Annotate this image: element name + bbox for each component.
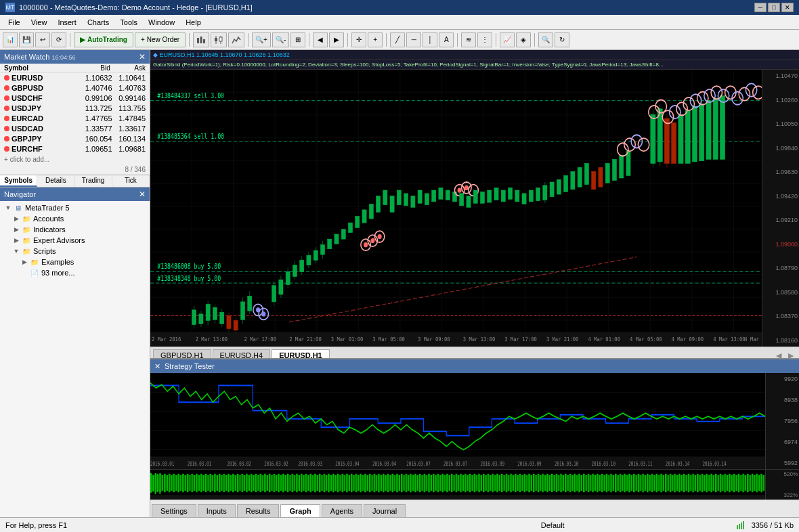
chart-tab-eurusd-h1[interactable]: EURUSD,H1 (272, 349, 330, 358)
menu-help[interactable]: Help (180, 17, 207, 28)
scroll-left-btn[interactable]: ◀ (313, 32, 328, 47)
tab-journal[interactable]: Journal (364, 504, 406, 517)
mw-status-dot (4, 116, 9, 121)
crosshair2-btn[interactable]: + (368, 32, 383, 47)
objects-btn[interactable]: ◈ (516, 32, 531, 47)
svg-text:3 Mar 05:00: 3 Mar 05:00 (372, 336, 405, 342)
minimize-button[interactable]: ─ (754, 3, 766, 12)
mw-tab-tick[interactable]: Tick (112, 175, 150, 187)
svg-rect-76 (432, 190, 436, 202)
margin-svg (150, 470, 765, 500)
nav-item-metatrader5[interactable]: ▼ 🖥 MetaTrader 5 (1, 202, 148, 213)
market-watch-time: 16:04:56 (52, 54, 76, 61)
mw-row-gbpjpy[interactable]: GBPJPY 160.054 160.134 (0, 134, 150, 144)
tab-agents[interactable]: Agents (322, 504, 362, 517)
mw-row-usdjpy[interactable]: USDJPY 113.725 113.755 (0, 104, 150, 114)
zoom-in-btn[interactable]: 🔍+ (252, 32, 271, 47)
scroll-right-btn[interactable]: ▶ (329, 32, 344, 47)
svg-point-83 (465, 185, 469, 190)
svg-rect-66 (362, 210, 366, 223)
nav-item-examples[interactable]: ▶ 📁 Examples (1, 257, 148, 267)
tab-settings[interactable]: Settings (152, 504, 196, 517)
nav-item-expert-advisors[interactable]: ▶ 📁 Expert Advisors (1, 235, 148, 246)
chart-scroll-left[interactable]: ◀ (773, 351, 784, 359)
new-order-button[interactable]: + New Order (135, 32, 186, 47)
mw-row-eurusd[interactable]: EURUSD 1.10632 1.10641 (0, 73, 150, 83)
vline-btn[interactable]: │ (423, 32, 437, 47)
menu-view[interactable]: View (26, 17, 53, 28)
crosshair-btn[interactable]: ✛ (351, 32, 366, 47)
price-level: 1.09840 (764, 145, 798, 152)
mw-symbol: USDCAD (12, 125, 79, 133)
svg-rect-110 (626, 151, 630, 175)
mw-row-eurchf[interactable]: EURCHF 1.09651 1.09681 (0, 144, 150, 154)
hline-btn[interactable]: ─ (406, 32, 421, 47)
symbol-header: Symbol (4, 64, 75, 72)
menu-bar: File View Insert Charts Tools Window Hel… (0, 15, 799, 30)
menu-window[interactable]: Window (143, 17, 180, 28)
mw-row-eurcad[interactable]: EURCAD 1.47765 1.47845 (0, 114, 150, 124)
add-symbol-label: click to add... (10, 156, 49, 163)
market-watch-title: Market Watch 16:04:56 (4, 53, 139, 61)
search-btn[interactable]: 🔍 (538, 32, 553, 47)
navigator-close[interactable]: ✕ (139, 190, 146, 199)
line-tool-btn[interactable]: ╱ (390, 32, 405, 47)
svg-rect-99 (550, 182, 554, 197)
chart-scroll-right[interactable]: ▶ (785, 351, 796, 359)
zoom-out-btn[interactable]: 🔍- (272, 32, 289, 47)
tab-inputs[interactable]: Inputs (198, 504, 236, 517)
refresh-btn[interactable]: ↻ (555, 32, 569, 47)
new-chart-btn[interactable]: 📊 (3, 32, 18, 47)
mw-tab-symbols[interactable]: Symbols (0, 175, 37, 187)
chart-indicator-header: GatorSibrid (PeriodWork=1); Risk=0.10000… (150, 60, 799, 70)
indicator-btn[interactable]: 📈 (500, 32, 515, 47)
chart-canvas[interactable]: #138484337 sell 3.00 #138485364 sell 1.0… (150, 70, 799, 347)
text-btn[interactable]: A (439, 32, 454, 47)
nav-item-more[interactable]: 📄 93 more... (1, 267, 148, 278)
mw-tab-trading[interactable]: Trading (75, 175, 112, 187)
svg-text:2 Mar 2016: 2 Mar 2016 (152, 336, 181, 342)
candle-chart-btn[interactable] (211, 32, 227, 47)
nav-item-scripts[interactable]: ▼ 📁 Scripts (1, 246, 148, 257)
expand-icon: ▼ (12, 247, 20, 255)
close-button[interactable]: ✕ (781, 3, 794, 12)
menu-tools[interactable]: Tools (114, 17, 143, 28)
menu-file[interactable]: File (3, 17, 26, 28)
folder-icon: 📁 (22, 236, 31, 245)
line-chart-btn[interactable] (228, 32, 244, 47)
mw-ask: 1.47845 (112, 114, 146, 123)
fib-btn[interactable]: ≋ (461, 32, 476, 47)
nav-item-indicators[interactable]: ▶ 📁 Indicators (1, 224, 148, 235)
menu-insert[interactable]: Insert (52, 17, 82, 28)
profiles-btn[interactable]: 💾 (19, 32, 34, 47)
mw-row-usdchf[interactable]: USDCHF 0.99106 0.99146 (0, 93, 150, 104)
mw-bid: 1.40746 (79, 84, 112, 92)
maximize-button[interactable]: □ (768, 3, 780, 12)
chart-tab-gbpusd-h1[interactable]: GBPUSD,H1 (153, 349, 211, 358)
mw-tab-details[interactable]: Details (37, 175, 74, 187)
market-watch-add-symbol[interactable]: + click to add... (0, 154, 150, 164)
plus-icon: + (4, 156, 8, 163)
menu-charts[interactable]: Charts (82, 17, 114, 28)
history-btn[interactable]: ⟳ (51, 32, 66, 47)
chart-tab-eurusd-h4[interactable]: EURUSD,H4 (213, 349, 271, 358)
tab-results[interactable]: Results (237, 504, 280, 517)
price-level: 1.08370 (764, 313, 798, 319)
autotrading-button[interactable]: ▶ AutoTrading (74, 32, 133, 47)
mw-row-usdcad[interactable]: USDCAD 1.33577 1.33617 (0, 124, 150, 134)
bar-chart-btn[interactable] (193, 32, 209, 47)
svg-rect-62 (334, 234, 339, 244)
market-watch-close[interactable]: ✕ (139, 52, 146, 62)
tab-graph[interactable]: Graph (280, 504, 320, 517)
svg-text:#138486008 buy 5.00: #138486008 buy 5.00 (157, 263, 221, 270)
mw-ask: 1.33617 (112, 125, 146, 133)
nav-item-accounts[interactable]: ▶ 📁 Accounts (1, 213, 148, 224)
undo-btn[interactable]: ↩ (35, 32, 50, 47)
fit-btn[interactable]: ⊞ (290, 32, 305, 47)
svg-text:2 Mar 21:00: 2 Mar 21:00 (289, 336, 322, 342)
mw-row-gbpusd[interactable]: GBPUSD 1.40746 1.40763 (0, 83, 150, 93)
svg-rect-4 (215, 38, 217, 41)
gann-btn[interactable]: ⋮ (477, 32, 492, 47)
bid-header: Bid (75, 64, 110, 72)
panel-close-btn[interactable]: ✕ (154, 362, 160, 371)
